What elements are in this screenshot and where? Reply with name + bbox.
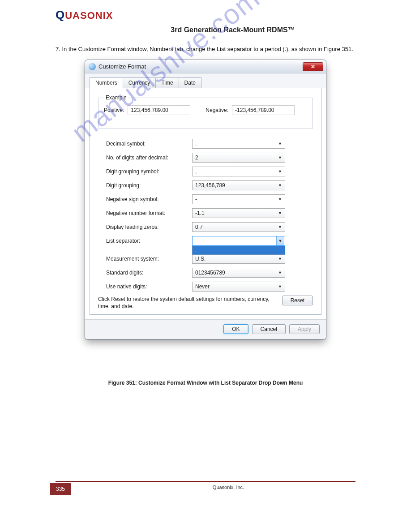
row-negative-format: Negative number format: -1.1 ▼ (98, 208, 313, 218)
chevron-down-icon: ▼ (276, 211, 284, 215)
footer-rule (56, 481, 355, 482)
customize-format-dialog: Customize Format ✕ Numbers Currency Time… (85, 60, 326, 339)
globe-icon (89, 63, 96, 70)
label-native-digits: Use native digits: (98, 283, 192, 290)
row-leading-zeros: Display leading zeros: 0.7 ▼ (98, 222, 313, 232)
figure-caption: Figure 351: Customize Format Window with… (56, 380, 355, 386)
page-number-badge: 335 (50, 483, 71, 495)
row-measurement-system: Measurement system: U.S. ▼ (98, 254, 313, 264)
dialog-title: Customize Format (98, 63, 303, 70)
label-list-separator: List separator: (98, 238, 192, 244)
pane-numbers: Example Positive: 123,456,789.00 Negativ… (90, 88, 321, 315)
tab-currency[interactable]: Currency (123, 77, 156, 88)
label-leading-zeros: Display leading zeros: (98, 224, 192, 230)
positive-value: 123,456,789.00 (128, 105, 190, 115)
close-icon: ✕ (311, 64, 315, 70)
tab-time[interactable]: Time (155, 77, 179, 88)
brand-logo: Quasonix (56, 8, 113, 22)
combo-leading-zeros[interactable]: 0.7 ▼ (192, 222, 285, 232)
chevron-down-icon: ▼ (276, 169, 284, 174)
row-standard-digits: Standard digits: 0123456789 ▼ (98, 268, 313, 278)
chevron-down-icon: ▼ (276, 155, 284, 160)
label-measurement-system: Measurement system: (98, 256, 192, 262)
label-standard-digits: Standard digits: (98, 270, 192, 276)
combo-grouping-symbol[interactable]: , ▼ (192, 167, 285, 176)
negative-label: Negative: (206, 107, 228, 113)
tab-numbers[interactable]: Numbers (90, 77, 123, 88)
label-decimal-symbol: Decimal symbol: (98, 141, 192, 147)
footer-company: Quasonix, Inc. (134, 485, 322, 490)
chevron-down-icon: ▼ (276, 257, 284, 261)
reset-description: Click Reset to restore the system defaul… (98, 296, 276, 310)
combo-list-separator[interactable]: ▼ (192, 236, 285, 246)
chevron-down-icon: ▼ (276, 284, 284, 289)
reset-row: Click Reset to restore the system defaul… (98, 296, 313, 310)
reset-button[interactable]: Reset (282, 296, 313, 305)
example-legend: Example (104, 94, 128, 101)
row-digits-after-decimal: No. of digits after decimal: 2 ▼ (98, 153, 313, 163)
chevron-down-icon: ▼ (276, 225, 284, 229)
row-list-separator: List separator: ▼ . (98, 236, 313, 246)
combo-negative-format[interactable]: -1.1 ▼ (192, 208, 285, 218)
titlebar: Customize Format ✕ (85, 60, 326, 73)
positive-label: Positive: (104, 107, 124, 113)
row-native-digits: Use native digits: Never ▼ (98, 282, 313, 292)
combo-native-digits[interactable]: Never ▼ (192, 282, 285, 292)
combo-negative-sign[interactable]: - ▼ (192, 194, 285, 204)
label-digit-grouping: Digit grouping: (98, 182, 192, 189)
combo-decimal-symbol[interactable]: . ▼ (192, 139, 285, 149)
label-digits-after-decimal: No. of digits after decimal: (98, 154, 192, 161)
chevron-down-icon: ▼ (276, 183, 284, 188)
close-button[interactable]: ✕ (303, 62, 323, 71)
label-grouping-symbol: Digit grouping symbol: (98, 168, 192, 175)
combo-standard-digits[interactable]: 0123456789 ▼ (192, 268, 285, 278)
combo-measurement-system[interactable]: U.S. ▼ (192, 254, 285, 264)
cancel-button[interactable]: Cancel (252, 324, 286, 334)
row-decimal-symbol: Decimal symbol: . ▼ (98, 139, 313, 149)
dialog-footer: OK Cancel Apply (85, 319, 326, 339)
chevron-down-icon: ▼ (276, 142, 284, 146)
row-negative-sign: Negative sign symbol: - ▼ (98, 194, 313, 204)
tabs: Numbers Currency Time Date (85, 73, 326, 88)
combo-digits-after-decimal[interactable]: 2 ▼ (192, 153, 285, 163)
combo-digit-grouping[interactable]: 123,456,789 ▼ (192, 180, 285, 190)
label-negative-format: Negative number format: (98, 210, 192, 216)
negative-value: -123,456,789.00 (232, 105, 295, 115)
apply-button[interactable]: Apply (289, 324, 320, 334)
brand-rest: uasonix (65, 10, 113, 21)
ok-button[interactable]: OK (223, 324, 248, 334)
chevron-down-icon: ▼ (276, 236, 284, 245)
label-negative-sign: Negative sign symbol: (98, 196, 192, 202)
chevron-down-icon: ▼ (276, 270, 284, 275)
doc-subtitle: 3rd Generation Rack-Mount RDMS™ (139, 26, 327, 34)
intro-paragraph: 7. In the Customize Format window, Numbe… (56, 46, 355, 52)
row-digit-grouping: Digit grouping: 123,456,789 ▼ (98, 180, 313, 190)
example-group: Example Positive: 123,456,789.00 Negativ… (98, 94, 313, 129)
tab-date[interactable]: Date (179, 77, 201, 88)
chevron-down-icon: ▼ (276, 197, 284, 202)
list-separator-option[interactable]: . (192, 246, 285, 255)
brand-q: Q (56, 8, 65, 21)
row-grouping-symbol: Digit grouping symbol: , ▼ (98, 167, 313, 176)
